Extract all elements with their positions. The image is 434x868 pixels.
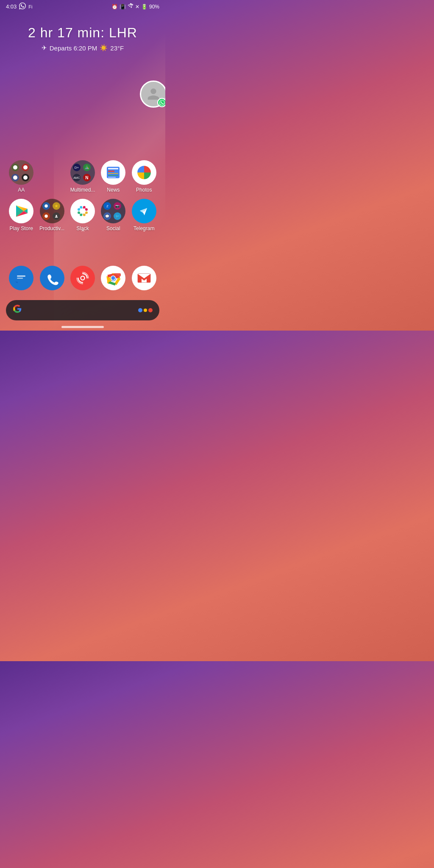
signal-x-icon: ✕ [135,4,139,10]
flight-icon: ✈ [42,44,47,52]
phone-dock-app[interactable] [37,266,67,292]
pf-mini-2 [53,202,60,210]
news-app[interactable]: News [98,160,128,193]
messages-dock-app[interactable] [6,266,36,292]
aa-folder[interactable]: AA [6,160,36,193]
svg-rect-10 [108,175,118,176]
multimedia-folder[interactable]: D+ AMC N Multimed... [67,160,98,193]
messages-dock-icon [9,266,33,290]
home-indicator[interactable] [61,326,104,328]
folder-mini-1 [11,164,19,171]
pf-mini-1 [42,202,50,210]
battery-percent: 90% [149,4,159,10]
svg-point-3 [23,175,28,180]
svg-rect-18 [17,278,23,278]
departure-text: Departs 6:20 PM [50,45,97,52]
productivity-folder-icon [40,199,64,223]
app-grid: AA D+ AMC N Multimed... [0,160,165,237]
play-store-icon [9,199,33,223]
weather-icon: ☀️ [100,44,108,52]
contact-bubble[interactable] [140,81,165,108]
svg-rect-16 [15,273,27,281]
svg-rect-8 [108,171,114,172]
telegram-app[interactable]: Telegram [129,199,159,231]
svg-point-1 [23,165,28,170]
sf-mini-ig: 📷 [114,202,121,210]
status-right: ⏰ 📳 ✕ 🔋 90% [111,3,159,10]
photos-app[interactable]: Photos [129,160,159,193]
app-row-2: Play Store Productiv... [6,199,159,231]
multimedia-folder-icon: D+ AMC N [70,160,95,185]
telegram-app-icon [132,199,156,223]
folder-mini-4 [22,174,29,181]
flight-widget-subtitle: ✈ Departs 6:20 PM ☀️ 23°F [8,44,157,52]
pocketcasts-dock-icon [70,266,95,290]
svg-point-12 [45,204,48,208]
flight-widget-title: 2 hr 17 min: LHR [8,25,157,41]
productivity-folder[interactable]: Productiv... [37,199,67,231]
social-folder[interactable]: Z 📷 💬 🐦 Social [98,199,128,231]
gmail-dock-app[interactable] [129,266,159,292]
folder-mini-drive [83,164,91,171]
vibrate-icon: 📳 [120,4,126,10]
news-app-label: News [107,187,120,193]
news-app-icon [101,160,125,185]
slack-app-icon [70,199,95,223]
play-store-app[interactable]: Play Store [6,199,36,231]
time-display: 4:03 [6,3,17,10]
folder-mini-3 [11,174,19,181]
svg-rect-7 [108,168,118,170]
google-assistant-dots [138,308,153,312]
dot-blue [138,308,142,312]
svg-rect-9 [108,173,118,174]
chrome-dock-icon [101,266,125,290]
pocketcasts-dock-app[interactable] [67,266,98,292]
aa-folder-icon [9,160,33,185]
whatsapp-badge [157,98,165,107]
svg-point-2 [13,175,17,180]
chevron-up-icon: ⌃ [80,229,86,236]
pf-mini-4 [53,212,60,220]
app-drawer-arrow[interactable]: ⌃ [0,228,165,236]
gmail-dock-icon [132,266,156,290]
whatsapp-status-icon [19,3,26,11]
slack-app[interactable]: Slack [67,199,98,231]
svg-rect-17 [17,275,25,276]
dock [6,262,159,297]
chrome-dock-app[interactable] [98,266,128,292]
app-row-1: AA D+ AMC N Multimed... [6,160,159,193]
sf-mini-zoom: Z [103,202,111,210]
temperature-text: 23°F [110,45,124,52]
svg-point-13 [45,214,48,218]
status-left: 4:03 Fi [6,3,32,11]
svg-point-21 [81,276,84,280]
folder-mini-amc: AMC [73,174,81,181]
photos-app-icon [132,160,156,185]
google-logo [13,304,22,316]
multimedia-folder-label: Multimed... [70,187,95,193]
pf-mini-3 [42,212,50,220]
alarm-icon: ⏰ [111,4,118,10]
folder-mini-netflix: N [83,174,91,181]
aa-folder-label: AA [18,187,25,193]
folder-mini-2 [22,164,29,171]
svg-point-26 [111,276,115,280]
svg-rect-11 [108,177,116,178]
sf-mini-msg: 💬 [103,212,111,220]
google-search-bar[interactable] [6,300,159,320]
sf-mini-tw: 🐦 [114,212,121,220]
dot-red [148,308,153,312]
folder-mini-disney: D+ [73,164,81,171]
phone-dock-icon [40,266,64,290]
wifi-icon [128,3,134,10]
photos-app-label: Photos [136,187,152,193]
status-bar: 4:03 Fi ⏰ 📳 ✕ 🔋 90% [0,0,165,12]
battery-icon: 🔋 [141,4,147,10]
svg-point-0 [13,165,17,170]
svg-point-14 [56,215,57,216]
fi-status-icon: Fi [28,4,32,9]
social-folder-icon: Z 📷 💬 🐦 [101,199,125,223]
dot-yellow [144,309,147,312]
widget-area: 2 hr 17 min: LHR ✈ Departs 6:20 PM ☀️ 23… [0,12,165,56]
